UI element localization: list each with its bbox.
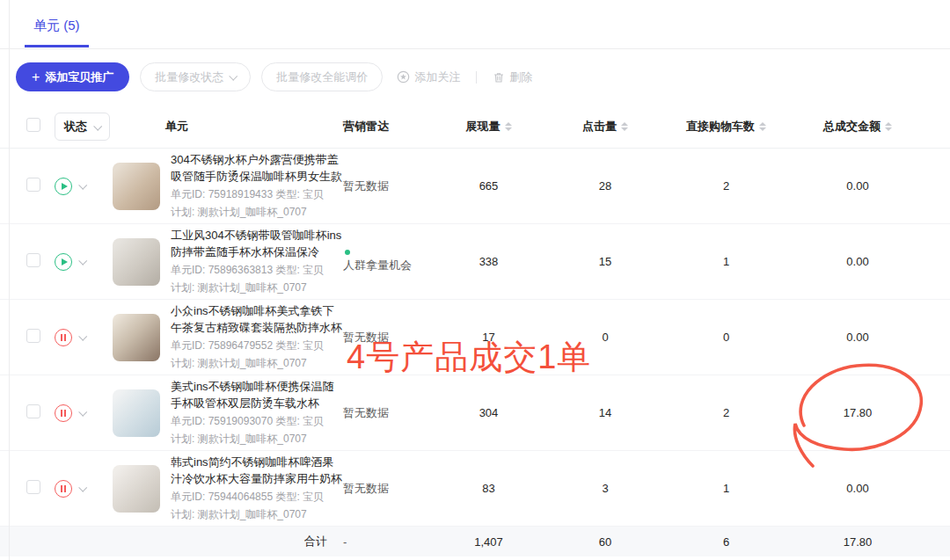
table-row: 美式ins不锈钢咖啡杯便携保温随手杯吸管杯双层防烫车载水杯 单元ID: 7591… <box>0 375 950 451</box>
add-item-promotion-button[interactable]: + 添加宝贝推广 <box>16 62 129 91</box>
row-checkbox[interactable] <box>26 178 40 192</box>
cart-value: 1 <box>680 482 772 495</box>
status-filter-dropdown[interactable]: 状态 <box>55 113 110 141</box>
status-header-label: 状态 <box>64 119 87 135</box>
product-thumbnail[interactable] <box>113 314 160 361</box>
plus-icon: + <box>32 70 40 84</box>
batch-modify-status-label: 批量修改状态 <box>155 69 223 85</box>
chevron-down-icon[interactable] <box>78 484 87 492</box>
total-cart: 6 <box>680 535 772 549</box>
batch-modify-status-button[interactable]: 批量修改状态 <box>140 62 251 91</box>
clicks-value: 3 <box>530 482 680 495</box>
tab-units[interactable]: 单元 (5) <box>25 0 89 47</box>
table-footer: 合计 - 1,407 60 6 17.80 <box>0 527 950 556</box>
trash-icon <box>493 71 505 84</box>
table-row: 韩式ins简约不锈钢咖啡杯啤酒果汁冷饮水杯大容量防摔家用牛奶杯 单元ID: 75… <box>0 451 950 527</box>
total-amount: 17.80 <box>772 535 943 549</box>
chevron-down-icon <box>93 121 102 130</box>
status-pause-icon[interactable] <box>55 329 72 346</box>
status-play-icon[interactable] <box>55 178 72 195</box>
radar-cell: 暂无数据 <box>343 405 447 421</box>
tab-units-label: 单元 (5) <box>33 18 80 33</box>
chevron-down-icon[interactable] <box>78 181 87 190</box>
product-title[interactable]: 小众ins不锈钢咖啡杯美式拿铁下午茶复古精致碟套装隔热防摔水杯 <box>171 303 343 336</box>
product-unit-id: 单元ID: 75896479552 类型: 宝贝 <box>171 338 343 353</box>
cart-value: 2 <box>680 406 772 419</box>
product-plan: 计划: 测款计划_咖啡杯_0707 <box>171 356 343 371</box>
radar-cell: 暂无数据 <box>343 178 447 194</box>
cart-value: 2 <box>680 179 772 193</box>
product-plan: 计划: 测款计划_咖啡杯_0707 <box>171 432 343 447</box>
clicks-value: 14 <box>530 406 680 419</box>
product-unit-id: 单元ID: 75896363813 类型: 宝贝 <box>171 263 343 278</box>
amount-value: 0.00 <box>772 255 943 268</box>
select-all-checkbox[interactable] <box>26 118 40 132</box>
clicks-header-label: 点击量 <box>582 119 617 135</box>
product-thumbnail[interactable] <box>113 238 160 286</box>
add-item-promotion-label: 添加宝贝推广 <box>45 69 113 85</box>
total-radar-dash: - <box>343 535 447 549</box>
impressions-value: 83 <box>447 482 530 495</box>
table-row: 304不锈钢水杯户外露营便携带盖吸管随手防烫保温咖啡杯男女生款 单元ID: 75… <box>0 149 950 224</box>
total-label: 合计 <box>0 534 343 549</box>
product-plan: 计划: 测款计划_咖啡杯_0707 <box>171 280 343 295</box>
total-impressions: 1,407 <box>447 535 530 549</box>
status-play-icon[interactable] <box>55 253 72 271</box>
toolbar: + 添加宝贝推广 批量修改状态 批量修改全能调价 添加关注 删除 <box>16 62 950 91</box>
impressions-value: 17 <box>447 331 530 344</box>
sort-cart-icon[interactable] <box>759 122 766 131</box>
radar-cell: 暂无数据 <box>343 330 447 345</box>
clicks-value: 15 <box>530 255 680 268</box>
sort-amount-icon[interactable] <box>885 122 892 131</box>
product-title[interactable]: 美式ins不锈钢咖啡杯便携保温随手杯吸管杯双层防烫车载水杯 <box>171 379 343 411</box>
product-title[interactable]: 工业风304不锈钢带吸管咖啡杯ins防摔带盖随手杯水杯保温保冷 <box>171 228 343 260</box>
radar-cell[interactable]: 人群拿量机会 <box>343 250 447 273</box>
delete-label: 删除 <box>509 69 532 85</box>
sort-clicks-icon[interactable] <box>621 122 628 131</box>
product-plan: 计划: 测款计划_咖啡杯_0707 <box>171 205 343 220</box>
table-row: 工业风304不锈钢带吸管咖啡杯ins防摔带盖随手杯水杯保温保冷 单元ID: 75… <box>0 224 950 300</box>
delete-button[interactable]: 删除 <box>489 69 536 85</box>
add-follow-label: 添加关注 <box>414 69 460 85</box>
product-thumbnail[interactable] <box>113 465 160 513</box>
amount-value: 17.80 <box>772 406 943 419</box>
status-pause-icon[interactable] <box>55 404 72 422</box>
radar-header-label: 营销雷达 <box>343 120 389 133</box>
row-checkbox[interactable] <box>26 480 40 494</box>
product-title[interactable]: 韩式ins简约不锈钢咖啡杯啤酒果汁冷饮水杯大容量防摔家用牛奶杯 <box>171 455 343 487</box>
chevron-down-icon[interactable] <box>78 257 87 265</box>
batch-modify-price-button[interactable]: 批量修改全能调价 <box>261 62 383 91</box>
cart-value: 0 <box>680 331 772 344</box>
status-pause-icon[interactable] <box>55 480 72 498</box>
amount-value: 0.00 <box>772 482 943 495</box>
chevron-down-icon[interactable] <box>78 408 87 417</box>
product-unit-id: 单元ID: 75919093070 类型: 宝贝 <box>171 414 343 429</box>
product-title[interactable]: 304不锈钢水杯户外露营便携带盖吸管随手防烫保温咖啡杯男女生款 <box>171 152 343 185</box>
impressions-value: 338 <box>447 255 530 268</box>
chevron-down-icon[interactable] <box>78 332 87 341</box>
amount-value: 0.00 <box>772 179 943 193</box>
follow-star-icon <box>397 70 410 84</box>
clicks-value: 0 <box>530 331 680 344</box>
tab-bar: 单元 (5) <box>0 0 950 49</box>
cart-value: 1 <box>680 255 772 268</box>
sort-impressions-icon[interactable] <box>505 122 512 131</box>
impressions-value: 665 <box>447 179 530 193</box>
product-thumbnail[interactable] <box>113 389 160 437</box>
row-checkbox[interactable] <box>26 329 40 343</box>
unit-header-label: 单元 <box>165 119 188 135</box>
unit-promotion-page: 单元 (5) + 添加宝贝推广 批量修改状态 批量修改全能调价 添加关注 删除 … <box>0 0 950 560</box>
product-unit-id: 单元ID: 75918919433 类型: 宝贝 <box>171 187 343 202</box>
product-thumbnail[interactable] <box>113 163 160 210</box>
amount-header-label: 总成交金额 <box>823 119 881 135</box>
product-plan: 计划: 测款计划_咖啡杯_0707 <box>171 507 343 522</box>
batch-modify-price-label: 批量修改全能调价 <box>276 69 368 85</box>
product-unit-id: 单元ID: 75944064855 类型: 宝贝 <box>171 490 343 505</box>
impressions-header-label: 展现量 <box>466 119 501 135</box>
add-follow-button[interactable]: 添加关注 <box>393 69 464 85</box>
toolbar-divider <box>476 71 477 84</box>
total-clicks: 60 <box>530 535 680 549</box>
row-checkbox[interactable] <box>26 404 40 418</box>
row-checkbox[interactable] <box>26 253 40 267</box>
table-row: 小众ins不锈钢咖啡杯美式拿铁下午茶复古精致碟套装隔热防摔水杯 单元ID: 75… <box>0 300 950 375</box>
